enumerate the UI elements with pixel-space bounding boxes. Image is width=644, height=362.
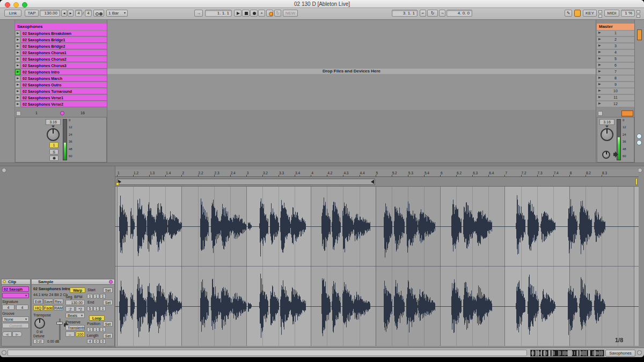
scene-launch-row[interactable]: 4: [597, 50, 634, 56]
scene-launch-row[interactable]: 6: [597, 63, 634, 69]
ruler-tick: [295, 175, 295, 176]
ruler-tick: [149, 175, 150, 176]
half-tempo-button[interactable]: :2: [65, 306, 75, 312]
scene-launch-row[interactable]: 3: [597, 43, 634, 49]
chevron-down-icon: ▾: [81, 313, 83, 318]
ruler-label: 3: [247, 171, 249, 175]
start-set-button[interactable]: Set: [103, 287, 113, 293]
warp-button[interactable]: Warp: [70, 287, 85, 293]
clip-color-icon[interactable]: [109, 280, 113, 284]
crossfade-a-button[interactable]: [636, 134, 642, 139]
ruler-label: 2: [182, 171, 184, 175]
position-set-button[interactable]: Set: [103, 321, 113, 327]
scene-launch-row[interactable]: 11: [597, 95, 634, 101]
scene-number: 6: [597, 63, 634, 68]
scene-launch-row[interactable]: 5: [597, 56, 634, 62]
ruler-tick: [181, 175, 182, 176]
preserve-chooser[interactable]: Transients▾: [65, 325, 85, 330]
clip-name-field[interactable]: 02 Saxoph: [2, 286, 29, 292]
ruler-label: 4.4: [360, 171, 365, 175]
back-to-arrangement-button[interactable]: [621, 110, 633, 116]
nudge-back-button[interactable]: ◀: [2, 331, 12, 337]
crossfade-b-button[interactable]: [636, 140, 642, 145]
arrangement-overview[interactable]: [530, 350, 604, 357]
scene-number: 9: [597, 82, 634, 87]
beat-time-ruler[interactable]: 11.21.31.422.22.32.433.23.33.444.24.34.4…: [115, 169, 639, 177]
scene-launch-row[interactable]: 1: [597, 31, 634, 36]
clip-gain-slider-handle[interactable]: [56, 322, 63, 324]
clip-activator-icon[interactable]: [3, 280, 6, 283]
clip-start-marker[interactable]: [116, 182, 119, 186]
detune-label: Detune: [33, 334, 45, 338]
scene-launch-row[interactable]: 2: [597, 37, 634, 43]
ruler-label: 4: [311, 171, 313, 175]
loop-end-handle-icon[interactable]: [371, 180, 374, 184]
revert-sample-button[interactable]: Rev.: [54, 299, 63, 304]
clip-color-chooser[interactable]: ▾: [2, 293, 29, 298]
view-splitter[interactable]: [0, 162, 644, 166]
length-set-button[interactable]: Set: [103, 333, 113, 338]
ram-toggle[interactable]: RAM: [54, 305, 63, 311]
loop-button[interactable]: Loop: [89, 315, 105, 321]
scene-launch-row[interactable]: 7: [597, 69, 634, 75]
scene-launch-row[interactable]: 12: [597, 101, 634, 107]
scene-launch-row[interactable]: 8: [597, 76, 634, 82]
master-pan-knob[interactable]: [602, 151, 610, 159]
ruler-tick: [311, 175, 311, 176]
master-volume-value[interactable]: 3.16: [599, 119, 614, 125]
end-time-fields[interactable]: 511: [87, 306, 106, 311]
sample-panel-header: Sample: [31, 279, 115, 285]
ruler-tick: [279, 175, 279, 176]
ruler-tick: [230, 175, 231, 176]
help-view-toggle[interactable]: [637, 350, 642, 355]
ruler-tick: [521, 175, 522, 176]
warp-mode-chooser[interactable]: Beats▾: [65, 313, 85, 318]
stop-all-clips-button[interactable]: [598, 111, 603, 116]
transpose-knob[interactable]: [34, 318, 45, 329]
hiq-toggle[interactable]: HiQ: [33, 305, 43, 311]
transient-envelope-field[interactable]: 100: [76, 331, 85, 337]
end-set-button[interactable]: Set: [103, 300, 113, 305]
clip-panel-toggle[interactable]: [2, 168, 6, 173]
scene-number: 12: [597, 101, 634, 107]
commit-groove-button[interactable]: Commit: [2, 323, 29, 328]
start-time-fields[interactable]: 111: [87, 294, 106, 299]
ruler-tick: [586, 175, 586, 176]
scene-number: 8: [597, 76, 634, 81]
ruler-tick: [602, 175, 602, 176]
ruler-tick: [165, 175, 166, 176]
edit-sample-button[interactable]: Edit: [33, 299, 43, 304]
ruler-label: 2.4: [231, 171, 236, 175]
loop-region[interactable]: [117, 179, 375, 185]
loop-marker-lane[interactable]: [115, 177, 639, 187]
scene-number: 1: [597, 31, 634, 36]
loop-length-fields[interactable]: 400: [87, 339, 106, 344]
ruler-label: 4.2: [327, 171, 332, 175]
ruler-label: 1: [118, 171, 120, 175]
waveform-display[interactable]: [115, 187, 639, 346]
clip-signature-numerator[interactable]: 4: [2, 305, 14, 310]
selected-track-button[interactable]: Saxophones: [605, 350, 635, 357]
status-message-field[interactable]: [8, 350, 527, 356]
transient-loop-mode-button[interactable]: ↔: [65, 331, 75, 337]
ruler-label: 2.2: [199, 171, 203, 175]
chevron-down-icon: ▾: [25, 317, 27, 322]
status-bar: Saxophones: [0, 348, 644, 357]
master-volume-knob[interactable]: [601, 128, 613, 141]
info-view-toggle[interactable]: [2, 350, 6, 355]
nudge-forward-button[interactable]: ▶: [12, 331, 22, 337]
detune-field[interactable]: 0 ct: [33, 339, 44, 344]
scene-launch-row[interactable]: 10: [597, 88, 634, 94]
master-meter-scale: 01224364860: [623, 119, 630, 160]
fade-toggle[interactable]: Fade: [43, 305, 53, 311]
loop-position-fields[interactable]: 111: [87, 327, 106, 332]
double-tempo-button[interactable]: *2: [76, 306, 85, 312]
groove-chooser[interactable]: None▾: [2, 316, 29, 322]
scene-scroll-handle[interactable]: [637, 29, 642, 40]
scene-launch-row[interactable]: 9: [597, 82, 634, 88]
preview-speaker-icon: [613, 153, 616, 156]
seg-bpm-field[interactable]: 130.00: [65, 300, 85, 305]
clip-signature-denominator[interactable]: 4: [16, 305, 28, 310]
ruler-tick: [537, 175, 538, 176]
save-sample-button[interactable]: Save: [43, 299, 53, 304]
